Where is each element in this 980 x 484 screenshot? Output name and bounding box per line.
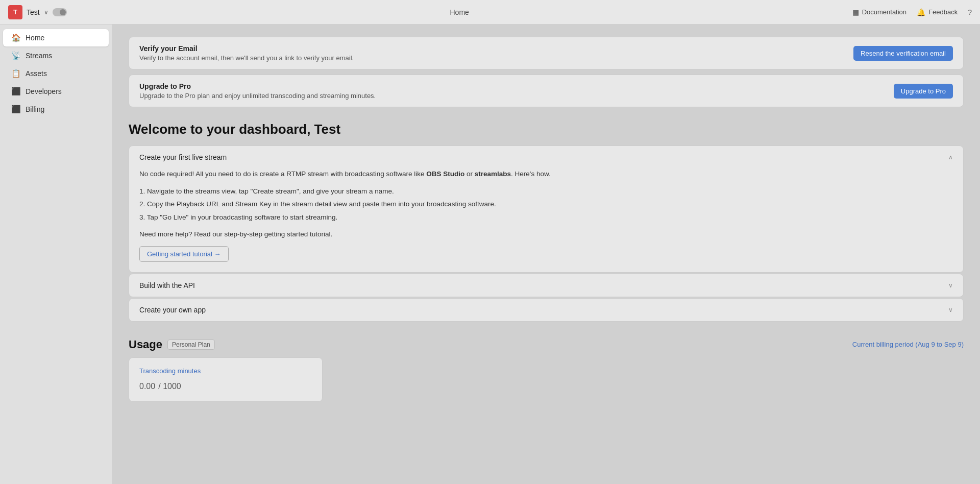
chevron-down-icon: ∨ — [948, 306, 953, 313]
sidebar-item-label: Billing — [26, 105, 44, 113]
streams-icon: 📡 — [11, 51, 20, 60]
transcoding-limit: 1000 — [163, 382, 181, 391]
step-list: 1. Navigate to the streams view, tap "Cr… — [139, 186, 953, 223]
documentation-button[interactable]: ▦ Documentation — [852, 8, 906, 16]
help-text: Need more help? Read our step-by-step ge… — [139, 229, 953, 240]
sidebar-item-label: Home — [26, 34, 44, 42]
create-stream-accordion: Create your first live stream ∧ No code … — [129, 146, 964, 273]
upgrade-pro-desc: Upgrade to the Pro plan and enjoy unlimi… — [139, 92, 376, 100]
usage-title-group: Usage Personal Plan — [129, 338, 215, 351]
step-1: 1. Navigate to the streams view, tap "Cr… — [139, 186, 953, 197]
upgrade-pro-title: Upgrade to Pro — [139, 82, 376, 90]
build-api-accordion: Build with the API ∨ — [129, 274, 964, 297]
home-icon: 🏠 — [11, 33, 20, 42]
create-stream-content: No code required! All you need to do is … — [129, 168, 963, 272]
transcoding-minutes-link[interactable]: Transcoding minutes — [139, 367, 312, 375]
welcome-title: Welcome to your dashboard, Test — [129, 122, 964, 137]
top-header: T Test ∨ Home ▦ Documentation 🔔 Feedback… — [0, 0, 980, 25]
sidebar-item-assets[interactable]: 📋 Assets — [3, 65, 109, 82]
sidebar: 🏠 Home 📡 Streams 📋 Assets ⬛ Developers ⬛… — [0, 25, 112, 484]
transcoding-separator: / — [158, 382, 163, 391]
verify-email-text: Verify your Email Verify to the account … — [139, 44, 354, 62]
chevron-up-icon: ∧ — [948, 154, 953, 161]
workspace-section: T Test ∨ — [8, 5, 67, 19]
transcoding-value: 0.00 / 1000 — [139, 379, 312, 392]
sidebar-item-home[interactable]: 🏠 Home — [3, 29, 109, 46]
transcoding-usage-card: Transcoding minutes 0.00 / 1000 — [129, 357, 323, 402]
upgrade-pro-banner: Upgrade to Pro Upgrade to the Pro plan a… — [129, 75, 964, 107]
verify-email-title: Verify your Email — [139, 44, 354, 53]
step-2: 2. Copy the Playback URL and Stream Key … — [139, 199, 953, 210]
sidebar-item-label: Developers — [26, 87, 62, 95]
feedback-button[interactable]: 🔔 Feedback — [917, 8, 958, 16]
sidebar-item-developers[interactable]: ⬛ Developers — [3, 83, 109, 100]
usage-title: Usage — [129, 338, 162, 351]
help-button[interactable]: ? — [968, 8, 972, 16]
billing-icon: ⬛ — [11, 105, 20, 114]
transcoding-current: 0.00 — [139, 382, 155, 391]
create-stream-intro: No code required! All you need to do is … — [139, 168, 953, 180]
upgrade-pro-text: Upgrade to Pro Upgrade to the Pro plan a… — [139, 82, 376, 100]
feedback-label: Feedback — [928, 8, 958, 16]
header-actions: ▦ Documentation 🔔 Feedback ? — [852, 8, 972, 16]
obs-link[interactable]: OBS Studio — [426, 170, 464, 178]
create-stream-header[interactable]: Create your first live stream ∧ — [129, 146, 963, 168]
create-app-header[interactable]: Create your own app ∨ — [129, 299, 963, 321]
main-content: Verify your Email Verify to the account … — [112, 25, 980, 484]
developers-icon: ⬛ — [11, 87, 20, 96]
chevron-down-icon: ∨ — [44, 9, 48, 16]
streamlabs-link[interactable]: streamlabs — [475, 170, 511, 178]
build-api-title: Build with the API — [139, 281, 195, 289]
billing-period-link[interactable]: Current billing period (Aug 9 to Sep 9) — [852, 341, 964, 348]
verify-email-desc: Verify to the account email, then we'll … — [139, 54, 354, 62]
sidebar-item-billing[interactable]: ⬛ Billing — [3, 101, 109, 118]
main-layout: 🏠 Home 📡 Streams 📋 Assets ⬛ Developers ⬛… — [0, 25, 980, 484]
chevron-down-icon: ∨ — [948, 282, 953, 289]
resend-verification-button[interactable]: Resend the verification email — [853, 46, 953, 61]
workspace-name: Test — [27, 8, 40, 16]
assets-icon: 📋 — [11, 69, 20, 78]
usage-header: Usage Personal Plan Current billing peri… — [129, 338, 964, 351]
page-title: Home — [450, 8, 469, 16]
create-stream-title: Create your first live stream — [139, 153, 227, 161]
build-api-header[interactable]: Build with the API ∨ — [129, 274, 963, 297]
sidebar-item-streams[interactable]: 📡 Streams — [3, 47, 109, 64]
help-icon: ? — [968, 8, 972, 16]
upgrade-pro-button[interactable]: Upgrade to Pro — [894, 84, 953, 99]
docs-icon: ▦ — [852, 8, 859, 16]
sidebar-item-label: Streams — [26, 52, 52, 60]
feedback-icon: 🔔 — [917, 8, 925, 16]
plan-badge: Personal Plan — [167, 340, 215, 350]
create-app-title: Create your own app — [139, 306, 206, 314]
create-app-accordion: Create your own app ∨ — [129, 298, 964, 322]
step-3: 3. Tap "Go Live" in your broadcasting so… — [139, 212, 953, 223]
sidebar-item-label: Assets — [26, 69, 47, 78]
verify-email-banner: Verify your Email Verify to the account … — [129, 37, 964, 69]
avatar: T — [8, 5, 22, 19]
getting-started-tutorial-button[interactable]: Getting started tutorial → — [139, 246, 229, 262]
documentation-label: Documentation — [862, 8, 906, 16]
spinner-toggle[interactable] — [53, 8, 67, 16]
